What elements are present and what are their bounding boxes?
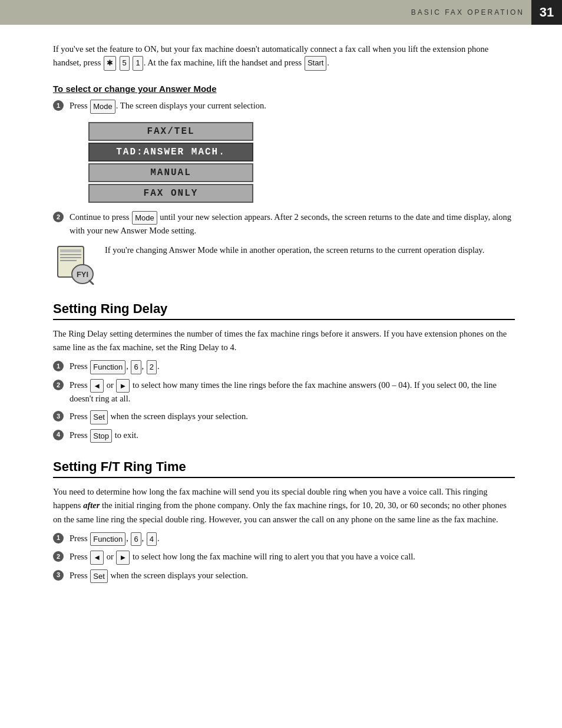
ft-body-italic: after (83, 500, 100, 510)
ring-step-1: 1 Press Function, 6, 2. (53, 360, 515, 374)
page-number: 31 (531, 0, 562, 25)
step-2-content: Continue to press Mode until your new se… (70, 211, 515, 238)
ft-step-3: 3 Press Set when the screen displays you… (53, 569, 515, 584)
key-2: 2 (147, 360, 157, 374)
intro-paragraph: If you've set the feature to ON, but you… (53, 42, 515, 71)
step-2-text: Continue to press (70, 212, 131, 222)
key-star: ✱ (104, 56, 116, 71)
fyi-text: If you're changing Answer Mode while in … (105, 243, 515, 257)
ft-step-2-text2: to select how long the fax machine will … (130, 552, 415, 561)
ring-step-4-text2: to exit. (113, 430, 138, 440)
ring-step-num-4: 4 (53, 429, 66, 440)
key-set-2: Set (90, 569, 108, 584)
answer-step-2: 2 Continue to press Mode until your new … (53, 211, 515, 238)
lcd-row-manual: MANUAL (88, 163, 253, 182)
key-mode: Mode (90, 100, 115, 114)
ring-step-3-content: Press Set when the screen displays your … (70, 410, 515, 424)
key-function-2: Function (90, 532, 125, 546)
ft-comma-2: , (142, 533, 146, 543)
ft-period-1: . (157, 533, 160, 543)
ring-comma-2: , (142, 361, 146, 371)
fyi-icon: FYI (53, 243, 94, 285)
ring-step-2-text2: to select how many times the line rings … (70, 380, 497, 403)
ft-step-num-1: 1 (53, 532, 66, 543)
step-num-1: 1 (53, 100, 66, 111)
lcd-row-fax-only: FAX ONLY (88, 184, 253, 203)
key-mode-2: Mode (132, 211, 157, 225)
header-bar: BASIC FAX OPERATION 31 (0, 0, 562, 25)
key-stop: Stop (90, 429, 112, 443)
ft-step-3-text2: when the screen displays your selection. (108, 571, 248, 580)
ft-step-3-text: Press (70, 571, 90, 580)
ring-step-3-text2: when the screen displays your selection. (108, 411, 248, 421)
ft-step-num-2: 2 (53, 551, 66, 562)
answer-mode-heading: To select or change your Answer Mode (53, 84, 515, 94)
ring-step-3-text: Press (70, 411, 90, 421)
header-text: BASIC FAX OPERATION (411, 8, 524, 17)
key-right-1: ► (116, 379, 130, 393)
svg-rect-1 (60, 249, 81, 252)
ft-step-2-text: Press (70, 552, 90, 561)
ring-period-1: . (157, 361, 160, 371)
ft-step-1: 1 Press Function, 6, 4. (53, 532, 515, 546)
key-4: 4 (147, 532, 157, 546)
key-start: Start (305, 56, 326, 71)
ft-comma-1: , (126, 533, 130, 543)
ring-step-num-3: 3 (53, 410, 66, 421)
ring-step-2-or-1: or (104, 380, 115, 390)
ring-step-num-2: 2 (53, 379, 66, 390)
lcd-row-fax-tel: FAX/TEL (88, 122, 253, 141)
ring-step-1-text: Press (70, 361, 90, 371)
key-left-2: ◄ (90, 551, 104, 565)
ring-step-1-content: Press Function, 6, 2. (70, 360, 515, 374)
key-set-1: Set (90, 410, 108, 424)
answer-step-1: 1 Press Mode. The screen displays your c… (53, 100, 515, 114)
ft-step-1-text: Press (70, 533, 90, 543)
ring-delay-divider (53, 319, 515, 320)
ft-step-num-3: 3 (53, 569, 66, 581)
svg-rect-2 (60, 254, 81, 255)
intro-text-2: . At the fax machine, lift the handset a… (144, 58, 304, 67)
svg-text:FYI: FYI (77, 270, 88, 279)
ft-step-2-or: or (104, 552, 115, 561)
ft-ring-divider (53, 477, 515, 478)
key-right-2: ► (116, 551, 130, 565)
lcd-row-tad: TAD:ANSWER MACH. (88, 143, 253, 162)
ring-step-2: 2 Press ◄ or ► to select how many times … (53, 379, 515, 406)
ft-step-2: 2 Press ◄ or ► to select how long the fa… (53, 551, 515, 565)
step-1-content: Press Mode. The screen displays your cur… (70, 100, 515, 114)
main-content: If you've set the feature to ON, but you… (0, 25, 562, 605)
lcd-display: FAX/TEL TAD:ANSWER MACH. MANUAL FAX ONLY (88, 122, 253, 203)
ft-ring-body: You need to determine how long the fax m… (53, 485, 515, 526)
ft-body-2: the initial ringing from the phone compa… (53, 500, 507, 523)
ft-ring-title: Setting F/T Ring Time (53, 459, 515, 475)
ring-step-4-content: Press Stop to exit. (70, 429, 515, 443)
ring-delay-body: The Ring Delay setting determines the nu… (53, 327, 515, 354)
ring-step-4-text: Press (70, 430, 90, 440)
key-6-2: 6 (131, 532, 141, 546)
ring-step-2-content: Press ◄ or ► to select how many times th… (70, 379, 515, 406)
step-1-text2: . The screen displays your current selec… (116, 101, 266, 110)
intro-text-3: . (327, 58, 329, 67)
ft-step-3-content: Press Set when the screen displays your … (70, 569, 515, 584)
key-function-1: Function (90, 360, 125, 374)
ring-step-num-1: 1 (53, 360, 66, 371)
ft-step-1-content: Press Function, 6, 4. (70, 532, 515, 546)
svg-line-7 (90, 281, 93, 284)
ring-step-4: 4 Press Stop to exit. (53, 429, 515, 443)
key-left-1: ◄ (90, 379, 104, 393)
step-1-text: Press (70, 101, 90, 110)
step-num-2: 2 (53, 211, 66, 222)
ring-delay-title: Setting Ring Delay (53, 301, 515, 317)
svg-rect-3 (60, 257, 81, 258)
ring-step-3: 3 Press Set when the screen displays you… (53, 410, 515, 424)
ring-comma-1: , (126, 361, 130, 371)
ring-step-2-text: Press (70, 380, 90, 390)
key-6-1: 6 (131, 360, 141, 374)
key-1: 1 (133, 56, 143, 71)
fyi-block: FYI If you're changing Answer Mode while… (53, 243, 515, 285)
ft-step-2-content: Press ◄ or ► to select how long the fax … (70, 551, 515, 565)
key-5: 5 (120, 56, 130, 71)
svg-rect-4 (60, 260, 77, 261)
